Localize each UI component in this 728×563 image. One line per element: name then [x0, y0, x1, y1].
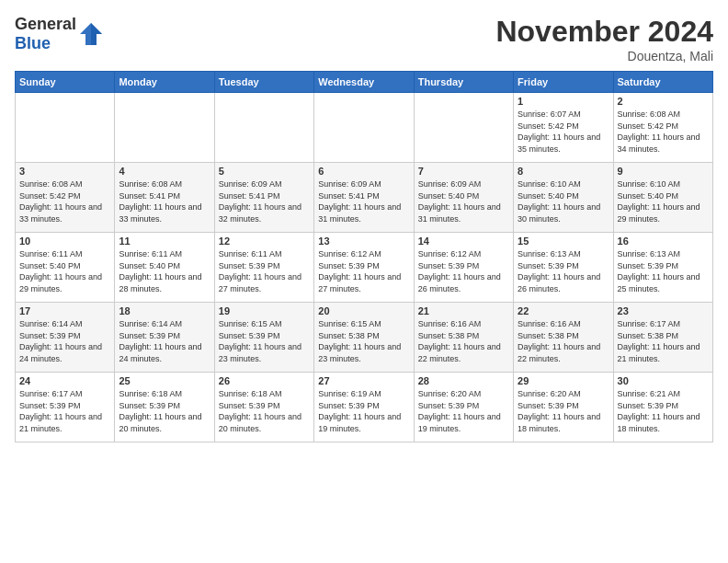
- day-info: Sunrise: 6:16 AM Sunset: 5:38 PM Dayligh…: [518, 318, 609, 364]
- table-row: 4Sunrise: 6:08 AM Sunset: 5:41 PM Daylig…: [115, 163, 214, 233]
- table-row: 24Sunrise: 6:17 AM Sunset: 5:39 PM Dayli…: [16, 373, 115, 442]
- day-number: 4: [119, 166, 210, 177]
- day-info: Sunrise: 6:11 AM Sunset: 5:39 PM Dayligh…: [219, 248, 310, 294]
- day-info: Sunrise: 6:13 AM Sunset: 5:39 PM Dayligh…: [518, 248, 609, 294]
- day-number: 15: [518, 236, 609, 247]
- day-number: 9: [618, 166, 709, 177]
- table-row: 26Sunrise: 6:18 AM Sunset: 5:39 PM Dayli…: [214, 373, 313, 442]
- table-row: 27Sunrise: 6:19 AM Sunset: 5:39 PM Dayli…: [314, 373, 414, 442]
- day-info: Sunrise: 6:15 AM Sunset: 5:39 PM Dayligh…: [219, 318, 310, 364]
- calendar-header-row: Sunday Monday Tuesday Wednesday Thursday…: [16, 72, 713, 93]
- day-number: 8: [518, 166, 609, 177]
- day-info: Sunrise: 6:09 AM Sunset: 5:41 PM Dayligh…: [219, 178, 310, 224]
- day-number: 25: [119, 375, 210, 386]
- table-row: 3Sunrise: 6:08 AM Sunset: 5:42 PM Daylig…: [16, 163, 115, 233]
- calendar-page: General Blue November 2024 Douentza, Mal…: [0, 0, 728, 563]
- calendar-week-row: 1Sunrise: 6:07 AM Sunset: 5:42 PM Daylig…: [16, 93, 713, 163]
- location-subtitle: Douentza, Mali: [495, 49, 713, 63]
- table-row: 29Sunrise: 6:20 AM Sunset: 5:39 PM Dayli…: [514, 373, 613, 442]
- month-title: November 2024: [495, 15, 713, 49]
- day-number: 29: [518, 375, 609, 386]
- calendar-week-row: 3Sunrise: 6:08 AM Sunset: 5:42 PM Daylig…: [16, 163, 713, 233]
- day-info: Sunrise: 6:08 AM Sunset: 5:41 PM Dayligh…: [119, 178, 210, 224]
- svg-marker-1: [91, 23, 102, 45]
- table-row: 1Sunrise: 6:07 AM Sunset: 5:42 PM Daylig…: [514, 93, 613, 163]
- day-number: 5: [219, 166, 310, 177]
- calendar-week-row: 10Sunrise: 6:11 AM Sunset: 5:40 PM Dayli…: [16, 233, 713, 303]
- day-info: Sunrise: 6:11 AM Sunset: 5:40 PM Dayligh…: [19, 248, 110, 294]
- table-row: 25Sunrise: 6:18 AM Sunset: 5:39 PM Dayli…: [115, 373, 214, 442]
- col-thursday: Thursday: [414, 72, 513, 93]
- day-number: 13: [318, 236, 409, 247]
- day-number: 16: [618, 236, 709, 247]
- table-row: 18Sunrise: 6:14 AM Sunset: 5:39 PM Dayli…: [115, 303, 214, 373]
- day-info: Sunrise: 6:16 AM Sunset: 5:38 PM Dayligh…: [418, 318, 509, 364]
- day-number: 10: [19, 236, 110, 247]
- calendar-week-row: 24Sunrise: 6:17 AM Sunset: 5:39 PM Dayli…: [16, 373, 713, 442]
- table-row: 2Sunrise: 6:08 AM Sunset: 5:42 PM Daylig…: [613, 93, 712, 163]
- day-info: Sunrise: 6:12 AM Sunset: 5:39 PM Dayligh…: [318, 248, 409, 294]
- calendar-table: Sunday Monday Tuesday Wednesday Thursday…: [15, 71, 713, 442]
- day-info: Sunrise: 6:18 AM Sunset: 5:39 PM Dayligh…: [119, 388, 210, 434]
- day-number: 26: [219, 375, 310, 386]
- table-row: 23Sunrise: 6:17 AM Sunset: 5:38 PM Dayli…: [613, 303, 712, 373]
- day-info: Sunrise: 6:18 AM Sunset: 5:39 PM Dayligh…: [219, 388, 310, 434]
- logo-text: General Blue: [15, 15, 76, 53]
- logo-icon: [78, 21, 104, 47]
- table-row: 22Sunrise: 6:16 AM Sunset: 5:38 PM Dayli…: [514, 303, 613, 373]
- day-number: 30: [618, 375, 709, 386]
- day-info: Sunrise: 6:15 AM Sunset: 5:38 PM Dayligh…: [318, 318, 409, 364]
- day-info: Sunrise: 6:21 AM Sunset: 5:39 PM Dayligh…: [618, 388, 709, 434]
- table-row: 17Sunrise: 6:14 AM Sunset: 5:39 PM Dayli…: [16, 303, 115, 373]
- table-row: 30Sunrise: 6:21 AM Sunset: 5:39 PM Dayli…: [613, 373, 712, 442]
- day-info: Sunrise: 6:19 AM Sunset: 5:39 PM Dayligh…: [318, 388, 409, 434]
- day-info: Sunrise: 6:20 AM Sunset: 5:39 PM Dayligh…: [518, 388, 609, 434]
- day-info: Sunrise: 6:12 AM Sunset: 5:39 PM Dayligh…: [418, 248, 509, 294]
- day-info: Sunrise: 6:20 AM Sunset: 5:39 PM Dayligh…: [418, 388, 509, 434]
- title-block: November 2024 Douentza, Mali: [495, 15, 713, 63]
- table-row: 21Sunrise: 6:16 AM Sunset: 5:38 PM Dayli…: [414, 303, 513, 373]
- table-row: 7Sunrise: 6:09 AM Sunset: 5:40 PM Daylig…: [414, 163, 513, 233]
- col-monday: Monday: [115, 72, 214, 93]
- day-number: 11: [119, 236, 210, 247]
- table-row: 5Sunrise: 6:09 AM Sunset: 5:41 PM Daylig…: [214, 163, 313, 233]
- day-number: 14: [418, 236, 509, 247]
- day-number: 17: [19, 305, 110, 316]
- day-info: Sunrise: 6:09 AM Sunset: 5:40 PM Dayligh…: [418, 178, 509, 224]
- table-row: 13Sunrise: 6:12 AM Sunset: 5:39 PM Dayli…: [314, 233, 414, 303]
- day-info: Sunrise: 6:13 AM Sunset: 5:39 PM Dayligh…: [618, 248, 709, 294]
- table-row: 20Sunrise: 6:15 AM Sunset: 5:38 PM Dayli…: [314, 303, 414, 373]
- col-sunday: Sunday: [16, 72, 115, 93]
- header: General Blue November 2024 Douentza, Mal…: [15, 15, 713, 63]
- table-row: [314, 93, 414, 163]
- table-row: [115, 93, 214, 163]
- logo: General Blue: [15, 15, 104, 53]
- day-info: Sunrise: 6:17 AM Sunset: 5:38 PM Dayligh…: [618, 318, 709, 364]
- table-row: 16Sunrise: 6:13 AM Sunset: 5:39 PM Dayli…: [613, 233, 712, 303]
- table-row: 15Sunrise: 6:13 AM Sunset: 5:39 PM Dayli…: [514, 233, 613, 303]
- day-info: Sunrise: 6:11 AM Sunset: 5:40 PM Dayligh…: [119, 248, 210, 294]
- table-row: 28Sunrise: 6:20 AM Sunset: 5:39 PM Dayli…: [414, 373, 513, 442]
- day-info: Sunrise: 6:14 AM Sunset: 5:39 PM Dayligh…: [19, 318, 110, 364]
- table-row: [414, 93, 513, 163]
- day-info: Sunrise: 6:17 AM Sunset: 5:39 PM Dayligh…: [19, 388, 110, 434]
- day-number: 21: [418, 305, 509, 316]
- day-number: 6: [318, 166, 409, 177]
- day-info: Sunrise: 6:10 AM Sunset: 5:40 PM Dayligh…: [618, 178, 709, 224]
- day-info: Sunrise: 6:09 AM Sunset: 5:41 PM Dayligh…: [318, 178, 409, 224]
- table-row: 6Sunrise: 6:09 AM Sunset: 5:41 PM Daylig…: [314, 163, 414, 233]
- day-number: 28: [418, 375, 509, 386]
- day-number: 23: [618, 305, 709, 316]
- col-saturday: Saturday: [613, 72, 712, 93]
- col-wednesday: Wednesday: [314, 72, 414, 93]
- day-number: 3: [19, 166, 110, 177]
- table-row: 12Sunrise: 6:11 AM Sunset: 5:39 PM Dayli…: [214, 233, 313, 303]
- day-info: Sunrise: 6:08 AM Sunset: 5:42 PM Dayligh…: [19, 178, 110, 224]
- table-row: 9Sunrise: 6:10 AM Sunset: 5:40 PM Daylig…: [613, 163, 712, 233]
- day-number: 7: [418, 166, 509, 177]
- table-row: 8Sunrise: 6:10 AM Sunset: 5:40 PM Daylig…: [514, 163, 613, 233]
- table-row: 14Sunrise: 6:12 AM Sunset: 5:39 PM Dayli…: [414, 233, 513, 303]
- day-number: 18: [119, 305, 210, 316]
- day-number: 19: [219, 305, 310, 316]
- logo-blue: Blue: [15, 34, 51, 52]
